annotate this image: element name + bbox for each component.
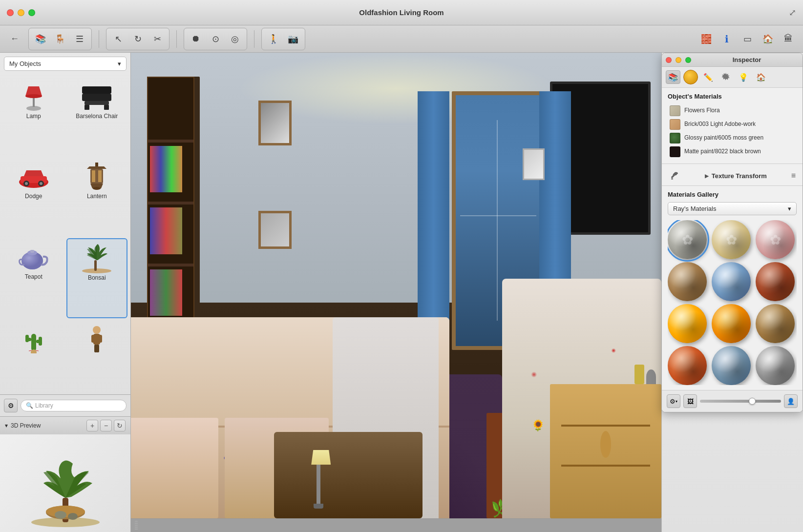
building-btn[interactable]: 🏛 <box>780 30 797 48</box>
toolbar-separator-1 <box>99 30 99 48</box>
scissors-tool[interactable]: ✂ <box>148 30 166 48</box>
material-swatch-0 <box>670 105 680 116</box>
search-box[interactable]: 🔍 Library <box>21 400 127 411</box>
gallery-ball-6[interactable] <box>756 262 795 301</box>
refresh-tool[interactable]: ↻ <box>129 30 147 48</box>
svg-marker-11 <box>24 170 43 176</box>
inspector-tab-materials[interactable] <box>683 70 698 84</box>
refresh-preview-button[interactable]: ↻ <box>114 420 126 431</box>
zoom-out-button[interactable]: − <box>100 420 112 431</box>
svg-rect-48 <box>671 178 673 180</box>
gallery-ball-4[interactable] <box>668 262 707 301</box>
record-dot-tool[interactable]: ⏺ <box>187 30 205 48</box>
zoom-in-button[interactable]: + <box>86 420 98 431</box>
gallery-dropdown[interactable]: Ray's Materials ▾ <box>668 202 797 215</box>
decorative-items <box>634 365 656 384</box>
preview-header-left: ▾ 3D Preview <box>5 422 41 429</box>
expand-icon[interactable]: ⤢ <box>789 7 796 18</box>
list-tool[interactable]: ☰ <box>71 30 88 48</box>
inspector-maximize-button[interactable] <box>685 57 691 63</box>
cursor-tool[interactable]: ↖ <box>109 30 127 48</box>
material-item-3[interactable]: Matte paint/8022 black brown <box>668 145 797 159</box>
inspector-close-button[interactable] <box>666 57 672 63</box>
camera-tool[interactable]: 📷 <box>284 30 302 48</box>
dropdown-arrow-icon: ▾ <box>118 60 121 67</box>
maximize-button[interactable] <box>28 9 35 16</box>
gallery-ball-7[interactable] <box>668 304 707 343</box>
svg-point-46 <box>68 513 78 520</box>
object-item-dodge[interactable]: Dodge <box>3 158 64 236</box>
inspector-title: Inspector <box>695 56 799 63</box>
inspector-tab-edit[interactable]: ✏️ <box>701 70 716 84</box>
objects-dropdown[interactable]: My Objects ▾ <box>4 57 127 71</box>
texture-transform-header[interactable]: ▶ Texture Transform <box>705 172 767 180</box>
inspector-tab-light[interactable]: 💡 <box>736 70 751 84</box>
preview-section: ▾ 3D Preview + − ↻ <box>0 416 130 532</box>
inspector-minimize-button[interactable] <box>676 57 681 63</box>
material-name-3: Matte paint/8022 black brown <box>684 148 795 156</box>
gallery-ball-11[interactable] <box>712 346 751 385</box>
svg-point-3 <box>25 94 42 98</box>
camera-round-tool[interactable]: ◎ <box>226 30 244 48</box>
lamp-shade <box>311 450 331 465</box>
object-label-barselona: Barselona Chair <box>76 113 118 120</box>
material-item-1[interactable]: Brick/003 Light Adobe-work <box>668 118 797 131</box>
minimize-button[interactable] <box>18 9 24 16</box>
object-thumb-bonsai <box>77 243 116 272</box>
inspector-image-button[interactable]: 🖼 <box>683 394 697 408</box>
svg-point-45 <box>55 511 66 519</box>
gallery-ball-8[interactable] <box>712 304 751 343</box>
gallery-ball-12[interactable] <box>756 346 795 385</box>
object-item-lantern[interactable]: Lantern <box>66 158 128 236</box>
object-item-lamp[interactable]: Lamp <box>3 78 64 156</box>
house-btn[interactable]: 🏠 <box>759 30 777 48</box>
inspector-gear-button[interactable]: ⚙ ▾ <box>667 394 680 408</box>
record-circle-tool[interactable]: ⊙ <box>207 30 224 48</box>
inspector-tab-settings[interactable] <box>718 70 733 84</box>
objects-tool2[interactable]: 🪑 <box>51 30 69 48</box>
svg-rect-26 <box>30 250 34 253</box>
material-item-2[interactable]: Glossy paint/6005 moss green <box>668 131 797 145</box>
inspector-tab-house[interactable]: 🏠 <box>754 70 768 84</box>
preview-collapse-icon: ▾ <box>5 422 8 429</box>
material-item-0[interactable]: Flowers Flora <box>668 104 797 118</box>
window-toggle-btn[interactable]: ▭ <box>739 30 756 48</box>
inspector-window: Inspector 📚 ✏️ 💡 🏠 Object's Materials <box>661 53 803 412</box>
inspector-tab-objects[interactable]: 📚 <box>666 70 680 84</box>
object-item-barselona[interactable]: Barselona Chair <box>66 78 128 156</box>
materials-icon-btn[interactable]: 🧱 <box>697 30 715 48</box>
object-item-cactus[interactable] <box>3 320 64 391</box>
edit-tools-group: ↖ ↻ ✂ <box>106 28 169 50</box>
gallery-ball-9[interactable] <box>756 304 795 343</box>
gallery-ball-10[interactable] <box>668 346 707 385</box>
gallery-ball-1[interactable] <box>668 220 707 259</box>
view-tools-group: 📚 🪑 ☰ <box>28 28 92 50</box>
wall-picture-1 <box>258 101 292 145</box>
walk-tool[interactable]: 🚶 <box>265 30 282 48</box>
object-item-bonsai[interactable]: Bonsai <box>66 238 128 318</box>
gallery-ball-5[interactable] <box>712 262 751 301</box>
close-button[interactable] <box>7 9 14 16</box>
inspector-person-button[interactable]: 👤 <box>784 394 798 408</box>
slider-thumb[interactable] <box>749 398 756 405</box>
info-btn[interactable]: ℹ <box>718 30 736 48</box>
inspector-gear-icon: ⚙ <box>670 398 676 405</box>
bottom-controls: ⚙ 🔍 Library <box>0 394 130 416</box>
preview-header[interactable]: ▾ 3D Preview + − ↻ <box>0 417 130 434</box>
svg-rect-7 <box>104 105 109 110</box>
object-item-figure[interactable] <box>66 320 128 391</box>
objects-tool[interactable]: 📚 <box>32 30 49 48</box>
gallery-ball-3[interactable] <box>756 220 795 259</box>
drag-handle[interactable] <box>135 521 138 531</box>
object-thumb-teapot <box>14 242 53 271</box>
object-item-teapot[interactable]: Teapot <box>3 238 64 318</box>
gallery-ball-2[interactable] <box>712 220 751 259</box>
slider-track[interactable] <box>700 400 781 403</box>
svg-point-14 <box>25 182 28 185</box>
texture-menu-button[interactable]: ≡ <box>791 171 796 180</box>
back-button[interactable]: ← <box>6 30 23 48</box>
gear-settings-button[interactable]: ⚙ <box>4 399 18 412</box>
eyedropper-button[interactable] <box>669 170 680 182</box>
dresser <box>550 384 661 518</box>
nav-tools-group: 🚶 📷 <box>261 28 305 50</box>
